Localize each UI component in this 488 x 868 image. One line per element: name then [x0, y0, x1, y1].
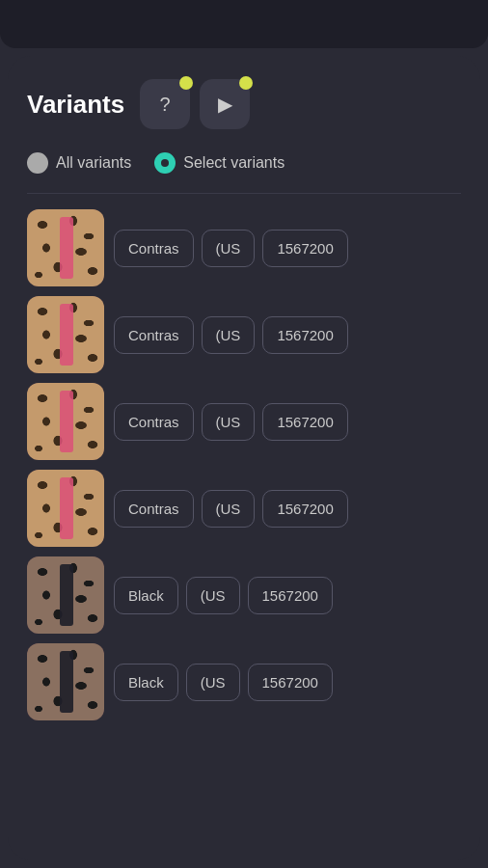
variant-size-tag: (US: [186, 577, 240, 614]
variant-color-tag: Contras: [114, 403, 194, 441]
variant-size-tag: (US: [202, 403, 256, 441]
variant-thumbnail-5: [27, 556, 104, 634]
select-variants-label: Select variants: [183, 154, 285, 172]
variant-color-tag: Contras: [114, 230, 194, 267]
divider: [27, 193, 461, 194]
main-container: Variants ? ▶ All variants Select variant…: [8, 56, 480, 860]
variant-size-tag: (US: [202, 230, 256, 267]
all-variants-radio[interactable]: [27, 152, 48, 174]
table-row: Contras (US 1567200: [27, 383, 457, 460]
variant-size-tag: (US: [202, 490, 256, 528]
select-variants-option[interactable]: Select variants: [154, 152, 285, 174]
variant-tags-2: Contras (US 1567200: [114, 316, 449, 354]
variant-tags-6: Black (US 1567200: [114, 664, 449, 701]
variant-image-1: [27, 209, 104, 286]
table-row: Contras (US 1567200: [27, 296, 457, 373]
help-dot-indicator: [179, 76, 193, 90]
select-variants-radio[interactable]: [154, 152, 176, 174]
table-row: Contras (US 1567200: [27, 209, 457, 286]
variant-tags-3: Contras (US 1567200: [114, 403, 449, 441]
question-icon: ?: [160, 94, 171, 116]
variant-image-6: [27, 643, 104, 720]
variant-sku-tag: 1567200: [262, 316, 347, 354]
variant-thumbnail-6: [27, 643, 104, 720]
help-button[interactable]: ?: [140, 79, 190, 129]
variant-image-2: [27, 296, 104, 373]
all-variants-label: All variants: [56, 154, 131, 172]
variant-image-5: [27, 556, 104, 634]
variant-sku-tag: 1567200: [262, 490, 347, 528]
variant-size-tag: (US: [186, 664, 240, 701]
variant-image-4: [27, 470, 104, 547]
variant-thumbnail-1: [27, 209, 104, 286]
all-variants-option[interactable]: All variants: [27, 152, 131, 174]
header-buttons: ? ▶: [140, 79, 250, 129]
top-bar: [0, 0, 488, 48]
table-row: Black (US 1567200: [27, 556, 457, 634]
variant-sku-tag: 1567200: [262, 230, 347, 267]
play-dot-indicator: [239, 76, 253, 90]
page-title: Variants: [27, 90, 124, 120]
variant-color-tag: Contras: [114, 490, 194, 528]
variant-image-3: [27, 383, 104, 460]
header: Variants ? ▶: [27, 79, 461, 129]
variant-color-tag: Black: [114, 577, 178, 614]
variant-thumbnail-2: [27, 296, 104, 373]
variant-tags-4: Contras (US 1567200: [114, 490, 449, 528]
table-row: Black (US 1567200: [27, 643, 457, 720]
variant-thumbnail-4: [27, 470, 104, 547]
variant-sku-tag: 1567200: [248, 664, 333, 701]
variant-size-tag: (US: [202, 316, 256, 354]
variant-sku-tag: 1567200: [262, 403, 347, 441]
variant-thumbnail-3: [27, 383, 104, 460]
variant-tags-1: Contras (US 1567200: [114, 230, 449, 267]
variant-sku-tag: 1567200: [248, 577, 333, 614]
variant-tags-5: Black (US 1567200: [114, 577, 449, 614]
variant-color-tag: Contras: [114, 316, 194, 354]
variant-color-tag: Black: [114, 664, 178, 701]
variant-selection-group: All variants Select variants: [27, 152, 461, 174]
play-button[interactable]: ▶: [200, 79, 250, 129]
play-icon: ▶: [218, 93, 232, 116]
variants-list[interactable]: Contras (US 1567200 Contras (US 1567200 …: [27, 209, 461, 860]
radio-inner-dot: [161, 159, 169, 167]
table-row: Contras (US 1567200: [27, 470, 457, 547]
